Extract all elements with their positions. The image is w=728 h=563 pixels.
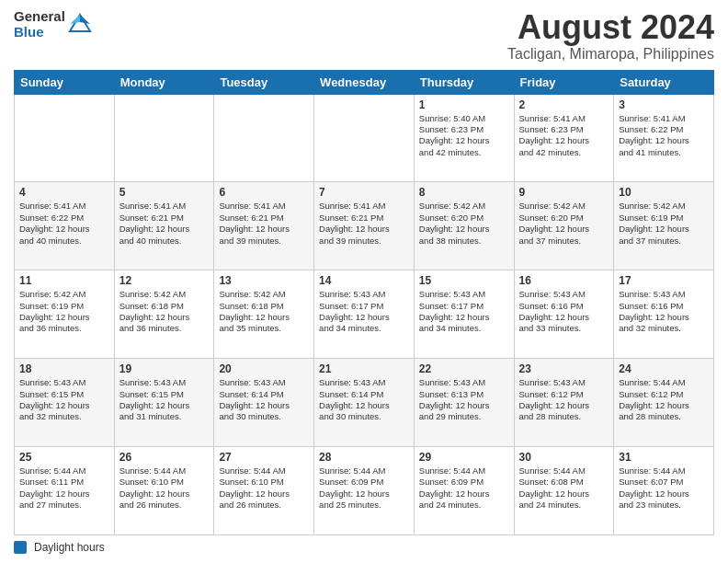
calendar-cell: 2Sunrise: 5:41 AMSunset: 6:23 PMDaylight…: [514, 94, 614, 182]
calendar-cell: 22Sunrise: 5:43 AMSunset: 6:13 PMDayligh…: [414, 359, 514, 447]
cell-text-line: Sunrise: 5:42 AM: [119, 289, 210, 300]
footer: Daylight hours: [14, 541, 714, 554]
cell-text-line: Sunrise: 5:43 AM: [519, 289, 609, 300]
logo-triangle-icon: [68, 13, 92, 37]
cell-text-line: and 25 minutes.: [319, 500, 409, 511]
cell-text-line: Sunrise: 5:43 AM: [119, 377, 210, 388]
cell-text-line: and 32 minutes.: [19, 411, 109, 422]
day-number: 17: [619, 274, 709, 287]
calendar-cell: [314, 94, 415, 182]
cell-text-line: and 24 minutes.: [519, 500, 609, 511]
day-number: 16: [519, 274, 609, 287]
cell-text-line: and 36 minutes.: [19, 323, 109, 334]
cell-text-line: and 26 minutes.: [119, 500, 210, 511]
cell-text-line: Sunrise: 5:42 AM: [219, 289, 309, 300]
day-header-friday: Friday: [514, 70, 614, 94]
cell-text-line: Sunset: 6:09 PM: [419, 477, 509, 488]
cell-text-line: Daylight: 12 hours: [219, 312, 309, 323]
cell-text-line: Sunrise: 5:43 AM: [219, 377, 309, 388]
day-number: 26: [119, 451, 210, 464]
cell-text-line: Daylight: 12 hours: [419, 135, 509, 146]
cell-text-line: Sunset: 6:12 PM: [619, 389, 709, 400]
cell-text-line: Daylight: 12 hours: [19, 224, 109, 235]
day-number: 23: [519, 362, 609, 375]
calendar-cell: 28Sunrise: 5:44 AMSunset: 6:09 PMDayligh…: [314, 447, 415, 535]
calendar-cell: 11Sunrise: 5:42 AMSunset: 6:19 PMDayligh…: [15, 270, 115, 359]
logo-container: General Blue: [14, 9, 92, 40]
day-number: 3: [619, 98, 709, 111]
cell-text-line: Sunset: 6:18 PM: [219, 301, 309, 312]
day-number: 9: [519, 186, 609, 199]
calendar-cell: 17Sunrise: 5:43 AMSunset: 6:16 PMDayligh…: [614, 270, 714, 359]
calendar-cell: 1Sunrise: 5:40 AMSunset: 6:23 PMDaylight…: [414, 94, 514, 182]
calendar-cell: 13Sunrise: 5:42 AMSunset: 6:18 PMDayligh…: [214, 270, 314, 359]
day-number: 25: [19, 451, 109, 464]
calendar-cell: 26Sunrise: 5:44 AMSunset: 6:10 PMDayligh…: [114, 447, 214, 535]
cell-text-line: Daylight: 12 hours: [519, 488, 609, 500]
cell-text-line: Daylight: 12 hours: [119, 312, 210, 323]
daylight-color-box: [14, 541, 27, 554]
day-header-saturday: Saturday: [614, 70, 714, 94]
day-number: 20: [219, 362, 309, 375]
cell-text-line: Daylight: 12 hours: [619, 400, 709, 411]
cell-text-line: Sunrise: 5:41 AM: [619, 113, 709, 124]
calendar-cell: 23Sunrise: 5:43 AMSunset: 6:12 PMDayligh…: [514, 359, 614, 447]
cell-text-line: Sunrise: 5:44 AM: [419, 465, 509, 477]
cell-text-line: and 29 minutes.: [419, 411, 509, 422]
cell-text-line: Daylight: 12 hours: [519, 135, 609, 146]
day-header-monday: Monday: [114, 70, 214, 94]
day-number: 19: [119, 362, 210, 375]
day-number: 15: [419, 274, 509, 287]
calendar-cell: 15Sunrise: 5:43 AMSunset: 6:17 PMDayligh…: [414, 270, 514, 359]
calendar-title: August 2024: [507, 9, 714, 46]
day-number: 24: [619, 362, 709, 375]
cell-text-line: Daylight: 12 hours: [219, 400, 309, 411]
cell-text-line: Sunrise: 5:44 AM: [619, 377, 709, 388]
day-number: 31: [619, 451, 709, 464]
cell-text-line: Daylight: 12 hours: [119, 224, 210, 235]
calendar-subtitle: Tacligan, Mimaropa, Philippines: [507, 46, 714, 63]
cell-text-line: Sunset: 6:21 PM: [119, 213, 210, 224]
cell-text-line: Sunrise: 5:41 AM: [319, 201, 409, 212]
cell-text-line: and 33 minutes.: [519, 323, 609, 334]
cell-text-line: and 26 minutes.: [219, 500, 309, 511]
cell-text-line: and 34 minutes.: [419, 323, 509, 334]
header: General Blue August 2024 Tacligan, Mimar…: [14, 9, 714, 63]
cell-text-line: and 32 minutes.: [619, 323, 709, 334]
cell-text-line: Sunrise: 5:44 AM: [319, 465, 409, 477]
calendar-cell: 20Sunrise: 5:43 AMSunset: 6:14 PMDayligh…: [214, 359, 314, 447]
calendar-cell: [15, 94, 115, 182]
day-number: 22: [419, 362, 509, 375]
calendar-cell: 24Sunrise: 5:44 AMSunset: 6:12 PMDayligh…: [614, 359, 714, 447]
cell-text-line: Daylight: 12 hours: [619, 312, 709, 323]
day-number: 21: [319, 362, 409, 375]
logo-general-text: General: [14, 9, 65, 25]
calendar-cell: 31Sunrise: 5:44 AMSunset: 6:07 PMDayligh…: [614, 447, 714, 535]
cell-text-line: Sunset: 6:16 PM: [519, 301, 609, 312]
calendar-cell: 16Sunrise: 5:43 AMSunset: 6:16 PMDayligh…: [514, 270, 614, 359]
calendar-cell: 19Sunrise: 5:43 AMSunset: 6:15 PMDayligh…: [114, 359, 214, 447]
cell-text-line: Daylight: 12 hours: [619, 224, 709, 235]
cell-text-line: Sunrise: 5:43 AM: [19, 377, 109, 388]
cell-text-line: and 30 minutes.: [319, 411, 409, 422]
day-number: 11: [19, 274, 109, 287]
cell-text-line: Sunset: 6:10 PM: [219, 477, 309, 488]
cell-text-line: and 41 minutes.: [619, 147, 709, 158]
day-number: 13: [219, 274, 309, 287]
cell-text-line: Sunset: 6:23 PM: [419, 124, 509, 135]
cell-text-line: Sunset: 6:17 PM: [319, 301, 409, 312]
cell-text-line: Sunset: 6:11 PM: [19, 477, 109, 488]
week-row-4: 18Sunrise: 5:43 AMSunset: 6:15 PMDayligh…: [15, 359, 714, 447]
cell-text-line: Daylight: 12 hours: [319, 312, 409, 323]
cell-text-line: Sunrise: 5:43 AM: [319, 377, 409, 388]
calendar-cell: 14Sunrise: 5:43 AMSunset: 6:17 PMDayligh…: [314, 270, 415, 359]
cell-text-line: Sunset: 6:14 PM: [219, 389, 309, 400]
calendar-cell: 4Sunrise: 5:41 AMSunset: 6:22 PMDaylight…: [15, 182, 115, 270]
cell-text-line: Daylight: 12 hours: [219, 488, 309, 500]
cell-text-line: Sunset: 6:20 PM: [419, 213, 509, 224]
day-number: 12: [119, 274, 210, 287]
cell-text-line: Sunrise: 5:42 AM: [619, 201, 709, 212]
cell-text-line: Sunset: 6:19 PM: [19, 301, 109, 312]
cell-text-line: Sunset: 6:23 PM: [519, 124, 609, 135]
cell-text-line: Sunrise: 5:44 AM: [119, 465, 210, 477]
